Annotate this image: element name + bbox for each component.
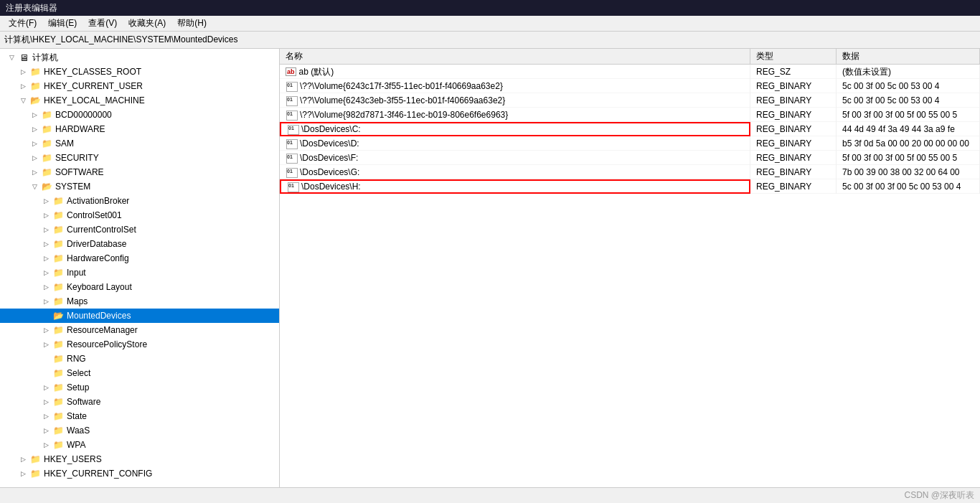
tree-item-input[interactable]: ▷ 📁 Input (0, 265, 279, 280)
menu-view[interactable]: 查看(V) (83, 16, 123, 31)
expand-icon-hkey-users: ▷ (17, 456, 29, 463)
tree-label-keyboard-layout: Keyboard Layout (67, 282, 132, 292)
col-header-name[interactable]: 名称 (280, 49, 750, 64)
folder-icon-hardware: 📁 (40, 124, 53, 134)
menu-edit[interactable]: 编辑(E) (42, 16, 83, 31)
tree-item-hkey-users[interactable]: ▷ 📁 HKEY_USERS (0, 452, 279, 466)
tree-item-state[interactable]: ▷ 📁 State (0, 409, 279, 423)
tree-item-security[interactable]: ▷ 📁 SECURITY (0, 151, 279, 165)
folder-icon-software-hklm: 📁 (40, 167, 53, 177)
expand-icon-activation-broker: ▷ (40, 197, 52, 205)
reg-name-vol2: \??\Volume{6243c3eb-3f55-11ec-b01f-f4066… (280, 93, 750, 108)
computer-icon: 🖥 (17, 52, 30, 63)
reg-type-dos-c: REG_BINARY (750, 122, 837, 136)
tree-label-maps: Maps (67, 296, 88, 306)
tree-item-hardware[interactable]: ▷ 📁 HARDWARE (0, 122, 279, 136)
reg-name-vol1: \??\Volume{6243c17f-3f55-11ec-b01f-f4066… (280, 79, 750, 93)
reg-row-dos-c[interactable]: \DosDevices\C: REG_BINARY 44 4d 49 4f 3a… (280, 122, 980, 136)
tree-item-current-control-set[interactable]: ▷ 📁 CurrentControlSet (0, 222, 279, 237)
tree-item-computer[interactable]: ▽ 🖥 计算机 (0, 50, 279, 65)
tree-item-mounted-devices[interactable]: 📂 MountedDevices (0, 309, 279, 323)
tree-label-state: State (67, 411, 87, 421)
tree-label-hkey-users: HKEY_USERS (44, 454, 102, 464)
folder-icon-wpa: 📁 (52, 440, 65, 450)
reg-name-dos-f: \DosDevices\F: (280, 151, 750, 165)
folder-icon-sam: 📁 (40, 138, 53, 149)
tree-label-hardware-config: HardwareConfig (67, 253, 129, 263)
expand-icon-bcd: ▷ (29, 111, 40, 118)
tree-label-control-set001: ControlSet001 (67, 210, 122, 220)
expand-icon-resource-manager: ▷ (40, 326, 52, 334)
address-text: 计算机\HKEY_LOCAL_MACHINE\SYSTEM\MountedDev… (4, 34, 237, 46)
tree-item-system[interactable]: ▽ 📂 SYSTEM (0, 179, 279, 194)
reg-icon-binary-vol3 (286, 110, 297, 120)
tree-item-maps[interactable]: ▷ 📁 Maps (0, 294, 279, 309)
expand-icon-hkey-current-config: ▷ (17, 470, 29, 477)
tree-item-hardware-config[interactable]: ▷ 📁 HardwareConfig (0, 251, 279, 265)
tree-item-bcd[interactable]: ▷ 📁 BCD00000000 (0, 108, 279, 122)
status-bar: CSDN @深夜听表 (0, 487, 980, 503)
expand-icon-computer: ▽ (6, 54, 17, 61)
folder-icon-maps: 📁 (52, 296, 65, 306)
reg-row-vol1[interactable]: \??\Volume{6243c17f-3f55-11ec-b01f-f4066… (280, 79, 980, 93)
tree-label-resource-policy-store: ResourcePolicyStore (67, 339, 147, 349)
tree-item-activation-broker[interactable]: ▷ 📁 ActivationBroker (0, 194, 279, 208)
folder-icon-local-machine: 📂 (29, 95, 42, 105)
tree-item-sam[interactable]: ▷ 📁 SAM (0, 136, 279, 151)
reg-row-dos-g[interactable]: \DosDevices\G: REG_BINARY 7b 00 39 00 38… (280, 165, 980, 179)
tree-item-classes-root[interactable]: ▷ 📁 HKEY_CLASSES_ROOT (0, 65, 279, 79)
tree-label-resource-manager: ResourceManager (67, 325, 138, 335)
reg-row-default[interactable]: ab ab (默认) REG_SZ (数值未设置) (280, 65, 980, 79)
reg-name-default: ab ab (默认) (280, 65, 750, 79)
tree-item-software2[interactable]: ▷ 📁 Software (0, 395, 279, 409)
folder-icon-activation-broker: 📁 (52, 196, 65, 206)
tree-panel[interactable]: ▽ 🖥 计算机 ▷ 📁 HKEY_CLASSES_ROOT ▷ 📁 HKEY_C… (0, 49, 280, 487)
tree-label-software2: Software (67, 397, 100, 407)
tree-label-activation-broker: ActivationBroker (67, 196, 129, 206)
tree-item-hkey-current-config[interactable]: ▷ 📁 HKEY_CURRENT_CONFIG (0, 466, 279, 481)
folder-icon-hkey-current-config: 📁 (29, 469, 42, 479)
menu-file[interactable]: 文件(F) (3, 16, 42, 31)
tree-item-local-machine[interactable]: ▽ 📂 HKEY_LOCAL_MACHINE (0, 93, 279, 108)
tree-item-resource-policy-store[interactable]: ▷ 📁 ResourcePolicyStore (0, 337, 279, 352)
reg-label-vol2: \??\Volume{6243c3eb-3f55-11ec-b01f-f4066… (300, 95, 505, 105)
reg-row-vol2[interactable]: \??\Volume{6243c3eb-3f55-11ec-b01f-f4066… (280, 93, 980, 108)
tree-item-wpa[interactable]: ▷ 📁 WPA (0, 438, 279, 452)
tree-label-local-machine: HKEY_LOCAL_MACHINE (44, 95, 145, 105)
col-header-data[interactable]: 数据 (837, 49, 980, 64)
reg-row-vol3[interactable]: \??\Volume{982d7871-3f46-11ec-b019-806e6… (280, 108, 980, 122)
reg-data-default: (数值未设置) (837, 65, 980, 79)
expand-icon-driver-database: ▷ (40, 240, 52, 248)
reg-row-dos-h[interactable]: \DosDevices\H: REG_BINARY 5c 00 3f 00 3f… (280, 179, 980, 194)
tree-item-waas[interactable]: ▷ 📁 WaaS (0, 423, 279, 438)
menu-favorites[interactable]: 收藏夹(A) (123, 16, 171, 31)
reg-type-vol3: REG_BINARY (750, 108, 837, 122)
tree-item-select[interactable]: 📁 Select (0, 366, 279, 380)
tree-item-resource-manager[interactable]: ▷ 📁 ResourceManager (0, 323, 279, 337)
reg-label-vol1: \??\Volume{6243c17f-3f55-11ec-b01f-f4066… (300, 81, 503, 91)
reg-label-vol3: \??\Volume{982d7871-3f46-11ec-b019-806e6… (300, 110, 508, 120)
tree-item-rng[interactable]: 📁 RNG (0, 352, 279, 366)
menu-help[interactable]: 帮助(H) (171, 16, 212, 31)
tree-item-driver-database[interactable]: ▷ 📁 DriverDatabase (0, 237, 279, 251)
tree-item-control-set001[interactable]: ▷ 📁 ControlSet001 (0, 208, 279, 222)
tree-label-setup: Setup (67, 382, 89, 392)
reg-row-dos-f[interactable]: \DosDevices\F: REG_BINARY 5f 00 3f 00 3f… (280, 151, 980, 165)
reg-label-dos-h: \DosDevices\H: (301, 182, 361, 192)
folder-icon-resource-manager: 📁 (52, 325, 65, 335)
folder-icon-keyboard-layout: 📁 (52, 282, 65, 292)
menu-bar: 文件(F) 编辑(E) 查看(V) 收藏夹(A) 帮助(H) (0, 16, 980, 32)
col-header-type[interactable]: 类型 (750, 49, 837, 64)
folder-icon-current-control-set: 📁 (52, 225, 65, 235)
tree-label-hardware: HARDWARE (55, 124, 105, 134)
tree-label-input: Input (67, 268, 86, 278)
tree-item-software-hklm[interactable]: ▷ 📁 SOFTWARE (0, 165, 279, 179)
right-content[interactable]: ab ab (默认) REG_SZ (数值未设置) \??\Volume{624… (280, 65, 980, 487)
tree-item-keyboard-layout[interactable]: ▷ 📁 Keyboard Layout (0, 280, 279, 294)
tree-item-setup[interactable]: ▷ 📁 Setup (0, 380, 279, 395)
reg-name-dos-h: \DosDevices\H: (280, 179, 750, 194)
expand-icon-wpa: ▷ (40, 441, 52, 448)
tree-label-driver-database: DriverDatabase (67, 239, 126, 249)
tree-item-current-user[interactable]: ▷ 📁 HKEY_CURRENT_USER (0, 79, 279, 93)
reg-row-dos-d[interactable]: \DosDevices\D: REG_BINARY b5 3f 0d 5a 00… (280, 136, 980, 151)
